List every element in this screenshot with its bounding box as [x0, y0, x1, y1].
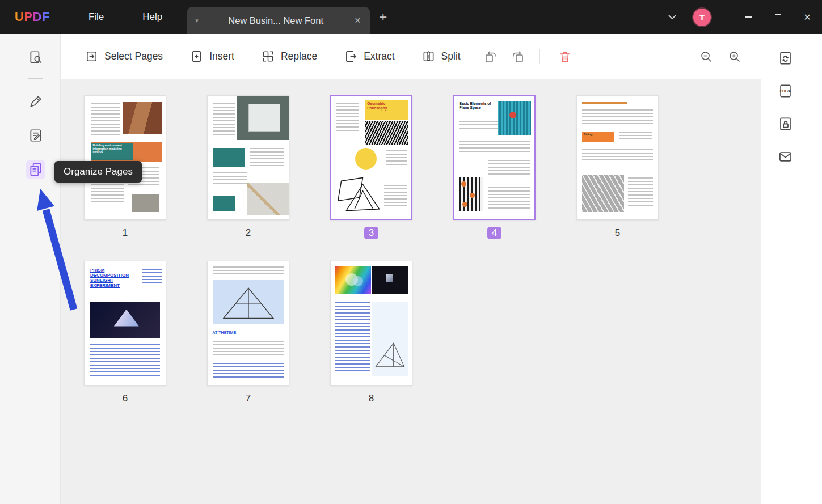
- rotate-right-icon: [511, 50, 525, 63]
- replace-icon: [262, 50, 275, 63]
- convert-pages-button[interactable]: [776, 49, 794, 67]
- page-art: Geometric Philosophy: [331, 96, 411, 219]
- select-pages-button[interactable]: Select Pages: [85, 50, 163, 63]
- insert-button[interactable]: Insert: [190, 50, 234, 63]
- page-thumbnail-4[interactable]: Basic Elements of Plane Space: [453, 95, 536, 240]
- rotate-left-icon: [484, 50, 498, 63]
- doc-lock-icon: [778, 116, 793, 132]
- select-pages-icon: [85, 50, 98, 63]
- menu-help[interactable]: Help: [142, 11, 162, 23]
- left-sidebar: [0, 34, 61, 504]
- page-thumbnail-8[interactable]: 8: [330, 261, 412, 406]
- titlebar-right: T ✕: [659, 0, 822, 34]
- updf-logo: UPDF: [15, 10, 50, 24]
- zoom-out-icon: [699, 50, 713, 63]
- permissions-button[interactable]: [776, 115, 794, 133]
- divider: [469, 49, 469, 64]
- share-button[interactable]: [776, 147, 794, 166]
- tab-title: New Busin... New Font: [204, 15, 348, 26]
- organize-pages-button[interactable]: [26, 160, 45, 179]
- envelope-icon: [778, 149, 793, 164]
- delete-pages-button[interactable]: [558, 50, 572, 63]
- page-number: 3: [364, 227, 378, 239]
- page-art: String: [577, 96, 658, 219]
- comment-tool-button[interactable]: [26, 126, 45, 145]
- comment-note-icon: [28, 128, 43, 143]
- divider: [539, 49, 540, 64]
- page-number: 6: [123, 392, 128, 405]
- page-number: 7: [246, 392, 251, 405]
- extract-icon: [344, 50, 357, 63]
- page-thumbnail-7[interactable]: AT THETIME 7: [207, 261, 289, 406]
- updf-window: UPDF File Help ▾ New Busin... New Font ✕…: [0, 0, 822, 504]
- page-number: 4: [487, 227, 501, 239]
- divider: [28, 78, 43, 79]
- menubar: File Help: [88, 11, 162, 23]
- pdfa-button[interactable]: PDF/A: [776, 82, 794, 100]
- chevron-down-icon[interactable]: [659, 15, 685, 20]
- organize-toolbar: Select Pages Insert Replace Extract Spli…: [61, 34, 761, 79]
- page-thumbnail-6[interactable]: PRISM DECOMPOSITION SUNLIGHT EXPERIMENT …: [84, 261, 166, 406]
- maximize-button[interactable]: [763, 0, 793, 34]
- organize-pages-tooltip: Organize Pages: [54, 161, 142, 183]
- page-number: 1: [123, 227, 128, 239]
- split-label: Split: [441, 50, 461, 62]
- page-art: Basic Elements of Plane Space: [454, 96, 534, 219]
- edit-tool-button[interactable]: [26, 92, 45, 111]
- pdfa-icon: PDF/A: [778, 83, 793, 99]
- titlebar: UPDF File Help ▾ New Busin... New Font ✕…: [0, 0, 822, 34]
- document-tab[interactable]: ▾ New Busin... New Font ✕: [187, 7, 370, 34]
- close-button[interactable]: ✕: [793, 0, 822, 34]
- split-button[interactable]: Split: [422, 50, 461, 63]
- page-art: [208, 96, 289, 219]
- insert-icon: [190, 50, 203, 63]
- replace-label: Replace: [281, 50, 317, 62]
- close-icon: ✕: [803, 12, 811, 23]
- page-refresh-icon: [778, 50, 793, 66]
- tab-close-icon[interactable]: ✕: [353, 16, 362, 25]
- search-preview-button[interactable]: [26, 48, 45, 67]
- rotate-left-button[interactable]: [484, 50, 498, 63]
- avatar[interactable]: T: [693, 9, 711, 26]
- page-number: 8: [369, 392, 374, 405]
- zoom-controls: [699, 50, 741, 63]
- page-thumbnail-5[interactable]: String 5: [576, 95, 659, 240]
- page-art: AT THETIME: [208, 261, 289, 385]
- minimize-button[interactable]: [734, 0, 763, 34]
- trash-icon: [558, 50, 572, 63]
- zoom-in-icon: [728, 50, 741, 63]
- select-pages-label: Select Pages: [104, 50, 163, 62]
- zoom-in-button[interactable]: [728, 50, 741, 63]
- page-thumbnail-3[interactable]: Geometric Philosophy 3: [330, 95, 412, 240]
- extract-button[interactable]: Extract: [344, 50, 394, 63]
- page-art: [331, 261, 412, 385]
- extract-label: Extract: [364, 50, 394, 62]
- page-number: 5: [615, 227, 620, 239]
- svg-text:PDF/A: PDF/A: [779, 89, 791, 93]
- page-number: 2: [246, 227, 251, 239]
- page-thumbnail-2[interactable]: 2: [207, 95, 289, 240]
- maximize-icon: [775, 14, 781, 20]
- page-art: Building environment information modelin…: [85, 96, 166, 219]
- tab-caret-icon[interactable]: ▾: [195, 17, 199, 24]
- rotate-right-button[interactable]: [511, 50, 525, 63]
- menu-file[interactable]: File: [88, 11, 104, 23]
- organize-pages-icon: [28, 162, 43, 177]
- minimize-icon: [745, 16, 752, 18]
- insert-label: Insert: [209, 50, 234, 62]
- right-sidebar: PDF/A: [761, 34, 822, 504]
- new-tab-button[interactable]: +: [379, 10, 387, 24]
- page-art: PRISM DECOMPOSITION SUNLIGHT EXPERIMENT: [85, 261, 166, 385]
- pages-grid: Building environment information modelin…: [61, 79, 761, 504]
- pen-icon: [28, 94, 43, 109]
- replace-button[interactable]: Replace: [262, 50, 317, 63]
- split-icon: [422, 50, 435, 63]
- zoom-out-button[interactable]: [699, 50, 713, 63]
- search-doc-icon: [28, 50, 43, 65]
